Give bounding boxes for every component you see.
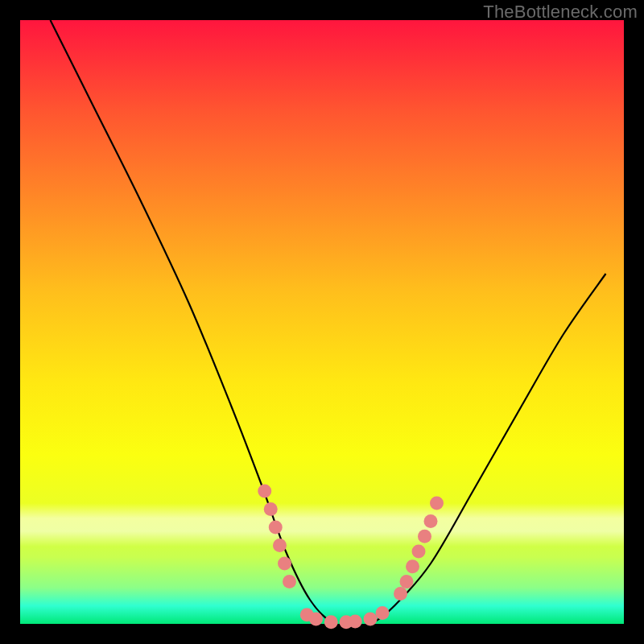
highlight-dot (412, 545, 426, 559)
highlight-dot (406, 559, 419, 573)
highlight-dot (264, 502, 278, 516)
highlight-dot (430, 497, 444, 510)
highlight-dot (424, 514, 438, 528)
highlight-dot (418, 530, 431, 543)
highlight-dot (273, 539, 287, 552)
highlight-dots (258, 485, 444, 630)
highlight-dot (364, 613, 378, 626)
highlight-dot (309, 613, 323, 626)
highlight-dot (376, 606, 390, 620)
highlight-dot (400, 575, 414, 588)
bottleneck-curve (51, 20, 606, 625)
chart-svg (20, 20, 624, 624)
highlight-dot (269, 521, 283, 535)
highlight-dot (278, 557, 291, 571)
watermark-text: TheBottleneck.com (483, 2, 638, 23)
plot-area (20, 20, 624, 624)
highlight-dot (394, 587, 407, 601)
highlight-dot (258, 485, 271, 498)
highlight-dot (283, 575, 296, 588)
highlight-dot (349, 615, 362, 629)
curve-line (51, 20, 606, 625)
highlight-dot (324, 615, 338, 629)
